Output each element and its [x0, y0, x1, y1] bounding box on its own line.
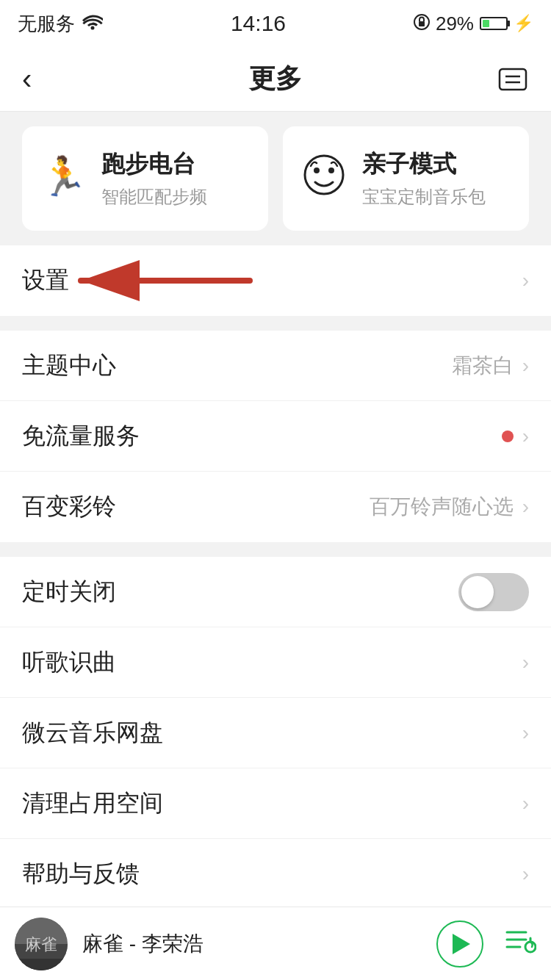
- feature-card-kids[interactable]: 亲子模式 宝宝定制音乐包: [283, 126, 529, 231]
- status-left: 无服务: [18, 11, 103, 37]
- running-title: 跑步电台: [101, 148, 207, 181]
- red-arrow-annotation: [66, 259, 257, 303]
- feedback-right: ›: [522, 862, 529, 886]
- ringtone-right: 百万铃声随心选 ›: [370, 493, 529, 521]
- settings-label: 设置: [22, 264, 69, 297]
- cleanup-right: ›: [522, 792, 529, 815]
- settings-item[interactable]: 设置 ›: [0, 245, 551, 316]
- red-dot-badge: [502, 430, 514, 442]
- feature-cards: 🏃 跑步电台 智能匹配步频 亲子模式 宝宝定制音乐包: [15, 126, 536, 231]
- svg-point-6: [305, 156, 343, 194]
- shazam-right: ›: [522, 651, 529, 674]
- play-icon: [453, 934, 470, 954]
- cloud-chevron: ›: [522, 721, 529, 745]
- shazam-item[interactable]: 听歌识曲 ›: [0, 627, 551, 698]
- running-text: 跑步电台 智能匹配步频: [101, 148, 207, 209]
- status-bar: 无服务 14:16 29% ⚡: [0, 0, 551, 47]
- kids-title: 亲子模式: [362, 148, 486, 181]
- playlist-button[interactable]: [504, 926, 536, 962]
- running-subtitle: 智能匹配步频: [101, 185, 207, 209]
- cloud-item[interactable]: 微云音乐网盘 ›: [0, 698, 551, 768]
- timer-right: [458, 573, 529, 611]
- svg-point-18: [525, 942, 536, 952]
- signal-text: 无服务: [18, 11, 75, 37]
- svg-point-7: [314, 167, 320, 173]
- theme-chevron: ›: [522, 354, 529, 378]
- settings-right: ›: [522, 269, 529, 292]
- shazam-label: 听歌识曲: [22, 646, 116, 679]
- settings-chevron: ›: [522, 269, 529, 292]
- cleanup-item[interactable]: 清理占用空间 ›: [0, 768, 551, 839]
- svg-text:麻雀: 麻雀: [25, 935, 57, 954]
- utility-menu: 定时关闭 听歌识曲 › 微云音乐网盘 › 清理占用空间 › 帮助与反馈 ›: [0, 557, 551, 909]
- feedback-label: 帮助与反馈: [22, 858, 140, 890]
- theme-right: 霜茶白 ›: [452, 352, 529, 380]
- theme-label: 主题中心: [22, 350, 116, 382]
- page-title: 更多: [249, 61, 302, 97]
- timer-label: 定时关闭: [22, 576, 116, 608]
- avatar-image: 麻雀: [15, 918, 68, 970]
- cleanup-chevron: ›: [522, 792, 529, 815]
- nav-bar: ‹ 更多: [0, 47, 551, 112]
- wifi-icon: [82, 12, 103, 35]
- traffic-free-chevron: ›: [522, 425, 529, 448]
- main-menu: 主题中心 霜茶白 › 免流量服务 › 百变彩铃 百万铃声随心选 ›: [0, 331, 551, 542]
- battery-text: 29%: [436, 12, 474, 35]
- charging-icon: ⚡: [514, 14, 533, 33]
- lock-icon: [414, 12, 430, 35]
- back-button[interactable]: ‹: [22, 62, 66, 96]
- cloud-label: 微云音乐网盘: [22, 717, 163, 749]
- bottom-player: 麻雀 麻雀 - 李荣浩: [0, 907, 551, 980]
- player-avatar[interactable]: 麻雀: [15, 918, 68, 970]
- theme-item[interactable]: 主题中心 霜茶白 ›: [0, 331, 551, 401]
- svg-rect-14: [15, 959, 68, 970]
- traffic-free-label: 免流量服务: [22, 420, 140, 453]
- running-icon: 🏃: [40, 151, 87, 206]
- menu-icon: [497, 66, 529, 93]
- status-right: 29% ⚡: [414, 12, 533, 35]
- player-song: 麻雀 - 李荣浩: [82, 932, 204, 955]
- theme-value: 霜茶白: [452, 352, 514, 380]
- kids-text: 亲子模式 宝宝定制音乐包: [362, 148, 486, 209]
- timer-item[interactable]: 定时关闭: [0, 557, 551, 627]
- svg-rect-1: [419, 21, 425, 26]
- feedback-chevron: ›: [522, 862, 529, 886]
- svg-rect-2: [500, 69, 526, 90]
- ringtone-item[interactable]: 百变彩铃 百万铃声随心选 ›: [0, 472, 551, 542]
- player-info: 麻雀 - 李荣浩: [82, 930, 422, 958]
- settings-section: 设置 ›: [0, 245, 551, 316]
- toggle-knob: [461, 576, 494, 608]
- ringtone-value: 百万铃声随心选: [370, 493, 514, 521]
- status-time: 14:16: [231, 11, 286, 36]
- kids-subtitle: 宝宝定制音乐包: [362, 185, 486, 209]
- nav-menu[interactable]: [485, 66, 529, 93]
- cleanup-label: 清理占用空间: [22, 788, 163, 820]
- cloud-right: ›: [522, 721, 529, 745]
- battery-icon: [480, 17, 508, 30]
- svg-text:🏃: 🏃: [40, 154, 87, 198]
- traffic-free-right: ›: [502, 425, 529, 448]
- feature-card-running[interactable]: 🏃 跑步电台 智能匹配步频: [22, 126, 268, 231]
- traffic-free-item[interactable]: 免流量服务 ›: [0, 401, 551, 472]
- player-controls: [436, 920, 536, 968]
- timer-toggle[interactable]: [458, 573, 529, 611]
- ringtone-label: 百变彩铃: [22, 491, 116, 523]
- play-button[interactable]: [436, 920, 483, 968]
- shazam-chevron: ›: [522, 651, 529, 674]
- feedback-item[interactable]: 帮助与反馈 ›: [0, 839, 551, 909]
- svg-point-8: [328, 167, 334, 173]
- ringtone-chevron: ›: [522, 495, 529, 519]
- playlist-icon: [504, 926, 536, 956]
- kids-icon: [300, 151, 347, 206]
